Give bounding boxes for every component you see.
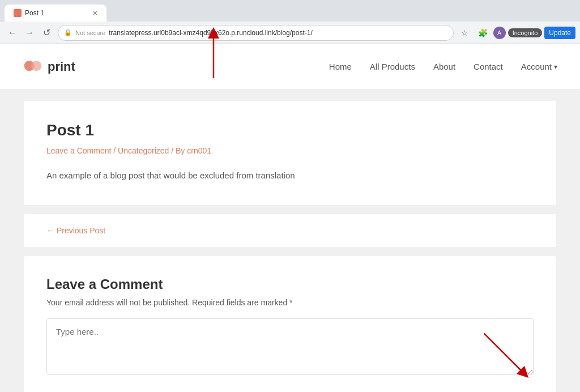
site-nav: Home All Products About Contact Account … [329,62,557,71]
email-notice: Your email address will not be published… [46,298,534,307]
nav-account-wrapper[interactable]: Account ▾ [521,62,557,71]
comment-textarea[interactable] [46,318,534,375]
comments-title: Leave a Comment [46,276,534,292]
category-link[interactable]: Uncategorized [118,146,169,155]
svg-point-3 [31,61,41,71]
nav-buttons: ← → ↺ [5,25,54,41]
meta-separator1: / [111,146,118,155]
prev-post-link[interactable]: ← Previous Post [46,226,105,235]
profile-icon[interactable]: A [493,27,506,39]
browser-window: Post 1 × ← → ↺ 🔒 Not secure translatepre… [0,0,580,392]
back-button[interactable]: ← [5,25,20,41]
comments-section: Leave a Comment Your email address will … [24,256,556,392]
leave-comment-link[interactable]: Leave a Comment [46,146,111,155]
nav-all-products[interactable]: All Products [370,62,415,71]
article-card: Post 1 Leave a Comment / Uncategorized /… [24,101,556,205]
active-tab[interactable]: Post 1 × [5,5,106,22]
browser-toolbar: ← → ↺ 🔒 Not secure translatepress.url0b9… [0,22,580,44]
main-area: Post 1 Leave a Comment / Uncategorized /… [12,90,568,392]
bookmark-button[interactable]: ☆ [457,25,473,41]
post-meta: Leave a Comment / Uncategorized / By crn… [46,146,534,155]
browser-tabs: Post 1 × [0,0,580,22]
toolbar-actions: ☆ 🧩 A Incognito Update [457,25,575,41]
site-logo[interactable]: print [23,57,75,77]
site-header: print Home All Products About Contact Ac… [0,44,580,90]
security-label: Not secure [75,29,105,36]
post-title: Post 1 [46,121,534,139]
logo-text: print [48,59,75,74]
reload-button[interactable]: ↺ [39,25,54,41]
author-name: crn001 [187,146,211,155]
post-navigation: ← Previous Post [24,214,556,247]
extensions-button[interactable]: 🧩 [475,25,491,41]
logo-svg-icon [23,57,43,77]
nav-account[interactable]: Account [521,62,552,71]
meta-separator2: / By [169,146,187,155]
address-bar[interactable]: 🔒 Not secure translatepress.url0b9acl-xm… [58,25,454,41]
tab-favicon [14,9,22,17]
page-content: print Home All Products About Contact Ac… [0,44,580,392]
account-chevron-icon: ▾ [554,63,557,71]
tab-title: Post 1 [25,9,44,17]
incognito-badge: Incognito [508,28,543,37]
url-text: translatepress.url0b9acl-xmz4qd97x62o.p.… [109,29,313,37]
nav-contact[interactable]: Contact [474,62,503,71]
update-button[interactable]: Update [544,27,575,39]
security-icon: 🔒 [64,29,72,36]
nav-home[interactable]: Home [329,62,352,71]
post-excerpt: An example of a blog post that would be … [46,169,534,182]
tab-close-button[interactable]: × [93,8,97,18]
forward-button[interactable]: → [22,25,37,41]
nav-about[interactable]: About [433,62,455,71]
